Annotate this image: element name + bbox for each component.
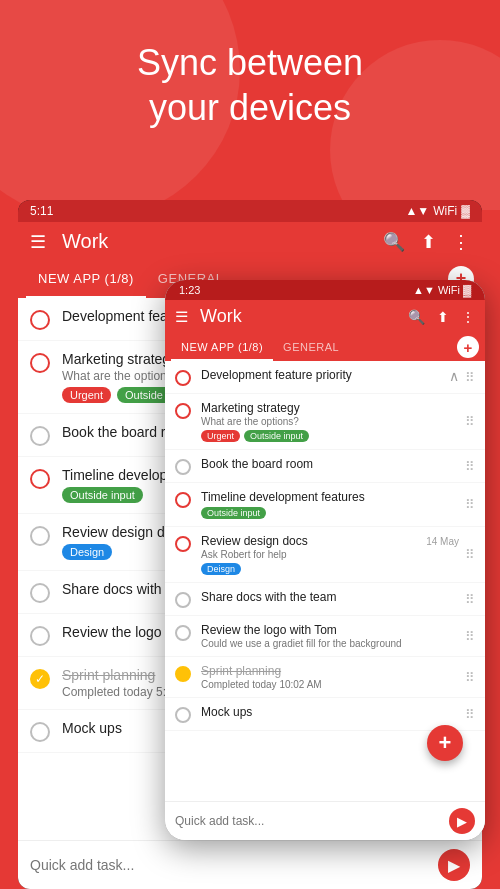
- phone-task-content-2: Marketing strategy What are the options?…: [201, 401, 459, 442]
- task-checkbox-3[interactable]: [30, 426, 50, 446]
- task-checkbox-4[interactable]: [30, 469, 50, 489]
- phone-drag-icon: ⠿: [465, 670, 475, 685]
- task-checkbox-1[interactable]: [30, 310, 50, 330]
- phone-quick-add-bar: ▶: [165, 801, 485, 840]
- phone-task-date-5: 14 May: [426, 536, 459, 547]
- phone-checkbox-6[interactable]: [175, 592, 191, 608]
- list-item: Book the board room ⠿: [165, 450, 485, 483]
- phone-task-tags-4: Outside input: [201, 507, 459, 519]
- phone-task-title-7: Review the logo with Tom: [201, 623, 459, 637]
- phone-tag-design: Deisgn: [201, 563, 241, 575]
- phone-drag-icon: ⠿: [465, 707, 475, 722]
- phone-task-subtitle-2: What are the options?: [201, 416, 459, 427]
- phone-task-title-6: Share docs with the team: [201, 590, 459, 604]
- phone-checkbox-2[interactable]: [175, 403, 191, 419]
- tag-urgent: Urgent: [62, 387, 111, 403]
- phone-task-subtitle-7: Could we use a gradiet fill for the back…: [201, 638, 459, 649]
- phone-send-button[interactable]: ▶: [449, 808, 475, 834]
- task-checkbox-6[interactable]: [30, 583, 50, 603]
- list-item: Sprint planning Completed today 10:02 AM…: [165, 657, 485, 698]
- phone-time: 1:23: [179, 284, 200, 296]
- send-button[interactable]: ▶: [438, 849, 470, 881]
- phone-tab-bar: NEW APP (1/8) GENERAL +: [165, 333, 485, 361]
- phone-task-title-4: Timeline development features: [201, 490, 459, 504]
- phone-checkbox-5[interactable]: [175, 536, 191, 552]
- hero-section: Sync between your devices: [0, 0, 500, 210]
- phone-drag-icon: ⠿: [465, 459, 475, 474]
- phone-drag-icon: ⠿: [465, 370, 475, 385]
- phone-checkbox-4[interactable]: [175, 492, 191, 508]
- phone-drag-icon: ⠿: [465, 497, 475, 512]
- phone-more-icon[interactable]: ⋮: [461, 309, 475, 325]
- phone-drag-icon: ⠿: [465, 547, 475, 562]
- app-title: Work: [62, 230, 383, 253]
- phone-quick-add-input[interactable]: [175, 814, 449, 828]
- signal-icon: ▲▼: [405, 204, 429, 218]
- phone-task-title-3: Book the board room: [201, 457, 459, 471]
- phone-menu-icon[interactable]: ☰: [175, 308, 188, 326]
- tag-outside-input: Outside input: [62, 487, 143, 503]
- phone-task-content-8: Sprint planning Completed today 10:02 AM: [201, 664, 459, 690]
- task-checkbox-5[interactable]: [30, 526, 50, 546]
- search-icon[interactable]: 🔍: [383, 231, 405, 253]
- phone-task-subtitle-5: Ask Robert for help: [201, 549, 459, 560]
- more-icon[interactable]: ⋮: [452, 231, 470, 253]
- phone-battery-icon: ▓: [463, 284, 471, 296]
- task-checkbox-7[interactable]: [30, 626, 50, 646]
- phone-task-tags-5: Deisgn: [201, 563, 459, 575]
- phone-task-title-1: Development feature priority: [201, 368, 445, 382]
- phone-task-content-7: Review the logo with Tom Could we use a …: [201, 623, 459, 649]
- phone-task-title-2: Marketing strategy: [201, 401, 459, 415]
- phone-status-bar: 1:23 ▲▼ WiFi ▓: [165, 280, 485, 300]
- phone-task-tags-2: Urgent Outside input: [201, 430, 459, 442]
- phone-app-bar: ☰ Work 🔍 ⬆ ⋮: [165, 300, 485, 333]
- phone-signal-icon: ▲▼: [413, 284, 435, 296]
- tablet-time: 5:11: [30, 204, 53, 218]
- phone-checkbox-1[interactable]: [175, 370, 191, 386]
- phone-wifi-icon: WiFi: [438, 284, 463, 296]
- task-checkbox-2[interactable]: [30, 353, 50, 373]
- list-item: Timeline development features Outside in…: [165, 483, 485, 527]
- phone-checkbox-7[interactable]: [175, 625, 191, 641]
- tablet-app-bar: ☰ Work 🔍 ⬆ ⋮: [18, 222, 482, 261]
- phone-task-subtitle-8: Completed today 10:02 AM: [201, 679, 459, 690]
- phone-tag-outside: Outside input: [201, 507, 266, 519]
- phone-inner: 1:23 ▲▼ WiFi ▓ ☰ Work 🔍 ⬆ ⋮ NEW APP (1/8…: [165, 280, 485, 840]
- phone-tag-outside: Outside input: [244, 430, 309, 442]
- list-item: Marketing strategy What are the options?…: [165, 394, 485, 450]
- phone-share-icon[interactable]: ⬆: [437, 309, 449, 325]
- quick-add-input[interactable]: [30, 857, 438, 873]
- phone-task-content-6: Share docs with the team: [201, 590, 459, 604]
- phone-task-content-1: Development feature priority: [201, 368, 445, 382]
- phone-app-bar-actions: 🔍 ⬆ ⋮: [408, 309, 475, 325]
- phone-task-title-9: Mock ups: [201, 705, 459, 719]
- phone-search-icon[interactable]: 🔍: [408, 309, 425, 325]
- phone-task-content-4: Timeline development features Outside in…: [201, 490, 459, 519]
- tablet-status-icons: ▲▼ WiFi ▓: [405, 204, 470, 218]
- task-checkbox-8[interactable]: ✓: [30, 669, 50, 689]
- phone-status-icons: ▲▼ WiFi ▓: [413, 284, 471, 296]
- tab-new-app[interactable]: NEW APP (1/8): [26, 261, 146, 296]
- phone-task-list: Development feature priority ∧ ⠿ Marketi…: [165, 361, 485, 761]
- phone-tab-new-app[interactable]: NEW APP (1/8): [171, 333, 273, 361]
- list-item: Development feature priority ∧ ⠿: [165, 361, 485, 394]
- phone-task-content-9: Mock ups: [201, 705, 459, 719]
- phone-task-title-5: Review design docs: [201, 534, 308, 548]
- share-icon[interactable]: ⬆: [421, 231, 436, 253]
- phone-app-title: Work: [200, 306, 408, 327]
- phone-fab-button[interactable]: +: [427, 725, 463, 761]
- phone-drag-icon: ⠿: [465, 592, 475, 607]
- phone-checkbox-3[interactable]: [175, 459, 191, 475]
- phone-checkbox-8[interactable]: [175, 666, 191, 682]
- phone-tab-general[interactable]: GENERAL: [273, 333, 349, 361]
- tag-design: Design: [62, 544, 112, 560]
- phone-add-list-button[interactable]: +: [457, 336, 479, 358]
- app-bar-actions: 🔍 ⬆ ⋮: [383, 231, 470, 253]
- tablet-status-bar: 5:11 ▲▼ WiFi ▓: [18, 200, 482, 222]
- task-checkbox-9[interactable]: [30, 722, 50, 742]
- phone-checkbox-9[interactable]: [175, 707, 191, 723]
- collapse-icon[interactable]: ∧: [449, 368, 459, 384]
- list-item: Share docs with the team ⠿: [165, 583, 485, 616]
- menu-icon[interactable]: ☰: [30, 231, 46, 253]
- list-item: Review the logo with Tom Could we use a …: [165, 616, 485, 657]
